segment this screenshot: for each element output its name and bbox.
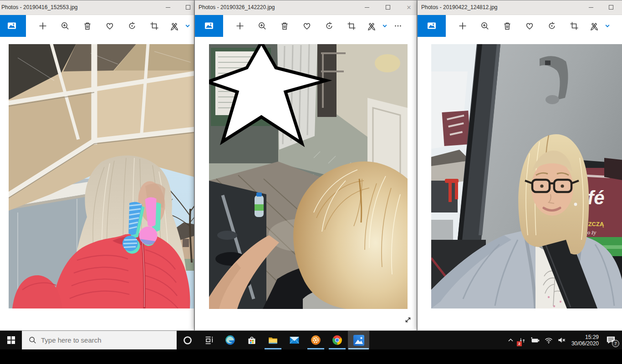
chevron-down-icon[interactable] [603,15,612,37]
delete-button[interactable] [76,15,98,37]
store-icon [246,335,257,346]
favourite-button[interactable] [98,15,121,37]
rotate-button[interactable] [540,15,563,37]
clock-date: 30/06/2020 [571,340,599,347]
photo-illustration-car-selfie: efé CZYSZCZĄ dba o ży [431,44,622,308]
edge-icon [224,334,236,346]
rotate-button[interactable] [121,15,143,37]
photo-20190416[interactable] [9,44,194,308]
task-view-icon [204,335,214,345]
window-title: Photos - 20190416_152553.jpg [1,4,77,10]
zoom-button[interactable] [54,15,76,37]
photos-window-2: Photos - 20190326_142220.jpg ✕ [194,0,417,331]
titlebar-1[interactable]: Photos - 20190416_152553.jpg [0,0,194,15]
edit-and-create-button[interactable] [585,15,603,37]
toolbar-1 [0,15,194,37]
toolbar-2 [195,15,417,37]
crop-button[interactable] [340,15,362,37]
action-center-button[interactable]: 7 [602,331,619,349]
expand-icon[interactable] [404,316,412,326]
media-burner-icon [310,334,321,346]
titlebar-2[interactable]: Photos - 20190326_142220.jpg ✕ [195,0,417,15]
minimize-button[interactable] [161,0,175,14]
store-button[interactable] [241,331,262,349]
active-indicator [348,348,369,349]
maximize-button[interactable] [381,0,395,14]
taskbar-clock[interactable]: 15:29 30/06/2020 [568,334,602,347]
photo-20190326[interactable] [209,44,408,309]
crop-button[interactable] [563,15,585,37]
zoom-button[interactable] [251,15,273,37]
add-button[interactable] [31,15,54,37]
zoom-button[interactable] [474,15,496,37]
taskbar-search[interactable] [22,331,177,349]
volume-muted-icon[interactable] [555,331,568,349]
maximize-button[interactable] [604,0,618,14]
photo-illustration-canopy-selfie [9,44,194,308]
photo-canvas-3[interactable]: efé CZYSZCZĄ dba o ży [418,37,622,331]
notification-count-badge: 7 [612,340,619,347]
edit-and-create-button[interactable] [165,15,184,37]
start-button[interactable] [0,331,22,349]
favourite-button[interactable] [518,15,540,37]
running-indicator [329,348,346,349]
cortana-button[interactable] [177,331,198,349]
see-more-button[interactable] [389,15,407,37]
rotate-button[interactable] [318,15,340,37]
chrome-icon [331,334,343,346]
update-badge: 2 [517,341,522,346]
task-view-button[interactable] [198,331,219,349]
edge-button[interactable] [219,331,241,349]
desktop: Photos - 20190416_152553.jpg [0,0,622,364]
edit-and-create-button[interactable] [362,15,381,37]
delete-button[interactable] [273,15,296,37]
file-explorer-button[interactable] [262,331,284,349]
photos-app-button[interactable] [348,331,369,349]
file-explorer-icon [267,334,279,346]
add-button[interactable] [229,15,251,37]
wifi-icon[interactable] [542,331,555,349]
chrome-button[interactable] [326,331,348,349]
window-title: Photos - 20190326_142220.jpg [199,4,275,10]
taskbar: 2 15:29 30/06/2020 [0,331,622,349]
photos-logo-icon [418,15,446,37]
minimize-button[interactable] [360,0,374,14]
photos-logo-icon [195,15,223,37]
windows-logo-icon [7,336,15,344]
running-indicator [265,348,281,349]
system-tray: 2 15:29 30/06/2020 [505,331,622,349]
tray-chevron-up[interactable] [505,331,516,349]
favourite-button[interactable] [296,15,318,37]
cortana-icon [183,335,193,345]
search-input[interactable] [41,336,155,344]
window-title: Photos - 20190422_124812.jpg [421,4,497,10]
running-indicator [307,348,324,349]
maximize-button[interactable] [181,0,194,14]
photo-canvas-2[interactable] [195,37,417,331]
tray-updater-icon[interactable]: 2 [516,331,528,349]
mail-button[interactable] [284,331,305,349]
photo-20190422[interactable]: efé CZYSZCZĄ dba o ży [431,44,622,308]
close-button[interactable]: ✕ [402,0,416,14]
photos-window-1: Photos - 20190416_152553.jpg [0,0,194,331]
minimize-button[interactable] [584,0,598,14]
search-icon [29,336,36,344]
photos-logo-icon [0,15,26,37]
crop-button[interactable] [143,15,165,37]
delete-button[interactable] [496,15,518,37]
add-button[interactable] [451,15,474,37]
photo-illustration-hair-selfie [209,44,408,309]
photos-window-3: Photos - 20190422_124812.jpg [417,0,622,331]
photo-canvas-1[interactable] [0,37,194,331]
photos-app-icon [353,334,365,346]
media-burner-button[interactable] [305,331,326,349]
titlebar-3[interactable]: Photos - 20190422_124812.jpg [418,0,622,15]
mail-icon [289,334,300,346]
battery-icon[interactable] [528,331,542,349]
chevron-down-icon[interactable] [381,15,389,37]
clock-time: 15:29 [571,334,599,340]
toolbar-3 [418,15,622,37]
chevron-down-icon[interactable] [184,15,192,37]
